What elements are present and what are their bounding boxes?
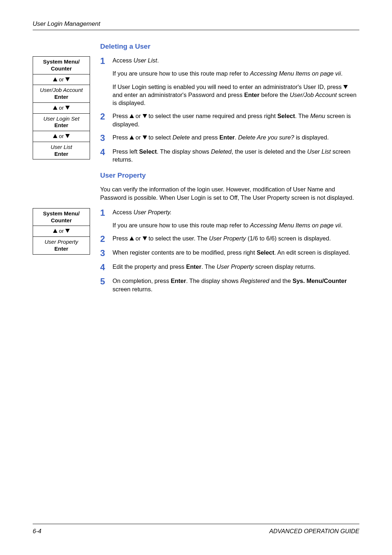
route-cell: User Login Set Enter <box>33 113 90 131</box>
triangle-down-icon <box>343 85 348 89</box>
step-number: 1 <box>100 208 113 217</box>
triangle-up-icon <box>130 135 134 139</box>
triangle-up-icon <box>53 134 57 138</box>
triangle-up-icon <box>53 106 57 110</box>
step-body: On completion, press Enter. The display … <box>113 277 359 293</box>
page: User Login Management System Menu/ Count… <box>0 0 392 555</box>
triangle-up-icon <box>53 77 57 81</box>
step-body: Access User Property. If you are unsure … <box>113 208 359 230</box>
page-number: 6-4 <box>33 528 41 535</box>
step-list-2: 1 Access User Property. If you are unsur… <box>100 208 359 293</box>
step-number: 2 <box>100 234 113 243</box>
heading-user-property: User Property <box>100 171 359 179</box>
step-list-1: 1 Access User List. If you are unsure ho… <box>100 56 359 163</box>
intro-paragraph: You can verify the information of the lo… <box>100 185 359 202</box>
step-1: 1 Access User Property. If you are unsur… <box>100 208 359 230</box>
step-4: 4 Press left Select. The display shows D… <box>100 147 359 164</box>
section2-main: 1 Access User Property. If you are unsur… <box>100 208 359 298</box>
triangle-up-icon <box>130 236 134 240</box>
triangle-down-icon <box>143 236 147 240</box>
step-number: 5 <box>100 277 113 286</box>
page-footer: 6-4 ADVANCED OPERATION GUIDE <box>33 524 359 535</box>
route-cell: System Menu/ Counter <box>33 57 90 74</box>
step-number: 2 <box>100 112 113 121</box>
route-cell-arrows: or <box>33 74 90 85</box>
triangle-down-icon <box>143 135 147 139</box>
step-body: Edit the property and press Enter. The U… <box>113 263 359 271</box>
step-5: 5 On completion, press Enter. The displa… <box>100 277 359 293</box>
step-body: Press or to select Delete and press Ente… <box>113 133 359 141</box>
footer-rule <box>33 524 359 524</box>
route-map-2: System Menu/ Counter or User Property En… <box>33 208 90 255</box>
route-cell-arrows: or <box>33 102 90 113</box>
triangle-down-icon <box>65 229 70 233</box>
route-map-1-col: System Menu/ Counter or User/Job Account… <box>33 42 90 159</box>
triangle-up-icon <box>53 229 57 233</box>
step-number: 1 <box>100 56 113 65</box>
step-number: 3 <box>100 248 113 258</box>
step-body: Press or to select the user name require… <box>113 112 359 128</box>
step-body: Press left Select. The display shows Del… <box>113 147 359 164</box>
step-1: 1 Access User List. If you are unsure ho… <box>100 56 359 107</box>
section1-main: Deleting a User 1 Access User List. If y… <box>100 42 359 169</box>
step-body: Press or to select the user. The User Pr… <box>113 234 359 242</box>
triangle-down-icon <box>65 106 70 110</box>
triangle-up-icon <box>130 114 134 118</box>
step-number: 3 <box>100 133 113 142</box>
route-cell: User Property Enter <box>33 237 90 255</box>
route-cell: User/Job Account Enter <box>33 85 90 103</box>
running-head: User Login Management <box>33 20 359 28</box>
section-user-property: System Menu/ Counter or User Property En… <box>33 208 359 298</box>
triangle-down-icon <box>143 114 147 118</box>
route-cell-arrows: or <box>33 131 90 142</box>
route-cell-arrows: or <box>33 226 90 237</box>
route-cell: System Menu/ Counter <box>33 208 90 226</box>
heading-deleting-user: Deleting a User <box>100 42 359 50</box>
header-rule <box>33 30 359 30</box>
step-3: 3 When register contents are to be modif… <box>100 248 359 258</box>
section-deleting-user: System Menu/ Counter or User/Job Account… <box>33 42 359 169</box>
route-map-2-col: System Menu/ Counter or User Property En… <box>33 208 90 255</box>
route-cell: User List Enter <box>33 142 90 159</box>
step-2: 2 Press or to select the user name requi… <box>100 112 359 128</box>
section-user-property-header: User Property You can verify the informa… <box>33 171 359 208</box>
step-2: 2 Press or to select the user. The User … <box>100 234 359 243</box>
route-map-1: System Menu/ Counter or User/Job Account… <box>33 56 90 159</box>
step-3: 3 Press or to select Delete and press En… <box>100 133 359 142</box>
step-number: 4 <box>100 263 113 272</box>
triangle-down-icon <box>65 134 70 138</box>
step-body: Access User List. If you are unsure how … <box>113 56 359 107</box>
step-body: When register contents are to be modifie… <box>113 248 359 256</box>
triangle-down-icon <box>65 77 70 81</box>
guide-title: ADVANCED OPERATION GUIDE <box>269 528 359 535</box>
step-number: 4 <box>100 147 113 157</box>
step-4: 4 Edit the property and press Enter. The… <box>100 263 359 272</box>
